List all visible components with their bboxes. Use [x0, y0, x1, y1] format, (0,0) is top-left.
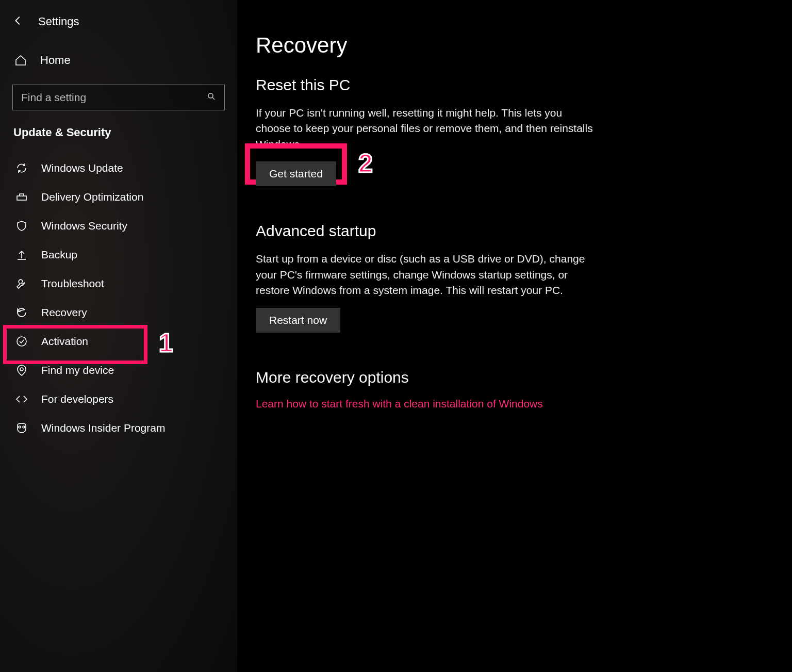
svg-point-5 [23, 426, 25, 428]
home-icon [14, 54, 27, 67]
svg-point-3 [20, 368, 23, 371]
nav-activation[interactable]: Activation [12, 327, 225, 356]
nav-delivery-optimization[interactable]: Delivery Optimization [12, 183, 225, 211]
nav-find-my-device[interactable]: Find my device [12, 356, 225, 385]
nav-label: Activation [41, 335, 88, 348]
more-recovery-section: More recovery options Learn how to start… [256, 369, 767, 410]
nav-for-developers[interactable]: For developers [12, 385, 225, 414]
check-circle-icon [14, 335, 29, 348]
svg-rect-1 [17, 196, 26, 200]
get-started-button[interactable]: Get started [256, 161, 336, 186]
clean-install-link[interactable]: Learn how to start fresh with a clean in… [256, 398, 543, 409]
nav-label: For developers [41, 393, 113, 405]
reset-description: If your PC isn't running well, resetting… [256, 105, 596, 152]
nav-label: Windows Insider Program [41, 422, 165, 434]
back-arrow-icon[interactable] [12, 15, 24, 28]
home-nav[interactable]: Home [12, 48, 225, 72]
page-title: Recovery [256, 33, 767, 58]
nav-label: Windows Update [41, 162, 123, 174]
restart-now-button[interactable]: Restart now [256, 308, 340, 333]
nav-label: Backup [41, 249, 77, 261]
advanced-startup-section: Advanced startup Start up from a device … [256, 222, 767, 332]
advanced-heading: Advanced startup [256, 222, 767, 240]
category-label: Update & Security [12, 126, 225, 139]
backup-icon [14, 249, 29, 261]
app-title: Settings [38, 15, 79, 28]
home-label: Home [40, 54, 71, 67]
location-icon [14, 364, 29, 376]
wrench-icon [14, 277, 29, 290]
sync-icon [14, 162, 29, 174]
reset-heading: Reset this PC [256, 76, 767, 94]
nav-windows-insider[interactable]: Windows Insider Program [12, 414, 225, 442]
nav-label: Recovery [41, 306, 87, 319]
advanced-description: Start up from a device or disc (such as … [256, 251, 596, 298]
nav-label: Windows Security [41, 220, 127, 232]
reset-pc-section: Reset this PC If your PC isn't running w… [256, 76, 767, 186]
svg-point-0 [208, 93, 213, 98]
shield-icon [14, 220, 29, 232]
svg-point-4 [19, 426, 21, 428]
more-heading: More recovery options [256, 369, 767, 386]
nav-label: Troubleshoot [41, 277, 104, 290]
recovery-icon [14, 306, 29, 319]
delivery-icon [14, 191, 29, 203]
search-input[interactable] [21, 91, 207, 104]
developer-icon [14, 393, 29, 405]
nav-label: Find my device [41, 364, 114, 376]
nav-recovery[interactable]: Recovery [12, 298, 225, 327]
settings-sidebar: Settings Home Update & Security Windows … [0, 0, 237, 672]
annotation-number-2: 2 [358, 149, 373, 178]
search-box[interactable] [12, 85, 225, 110]
nav-windows-update[interactable]: Windows Update [12, 154, 225, 183]
annotation-number-1: 1 [159, 328, 173, 358]
nav-troubleshoot[interactable]: Troubleshoot [12, 269, 225, 298]
insider-icon [14, 422, 29, 434]
search-icon [207, 92, 216, 103]
nav-label: Delivery Optimization [41, 191, 143, 203]
nav-backup[interactable]: Backup [12, 240, 225, 269]
nav-windows-security[interactable]: Windows Security [12, 211, 225, 240]
main-content: Recovery Reset this PC If your PC isn't … [237, 0, 792, 672]
svg-point-2 [17, 337, 26, 346]
